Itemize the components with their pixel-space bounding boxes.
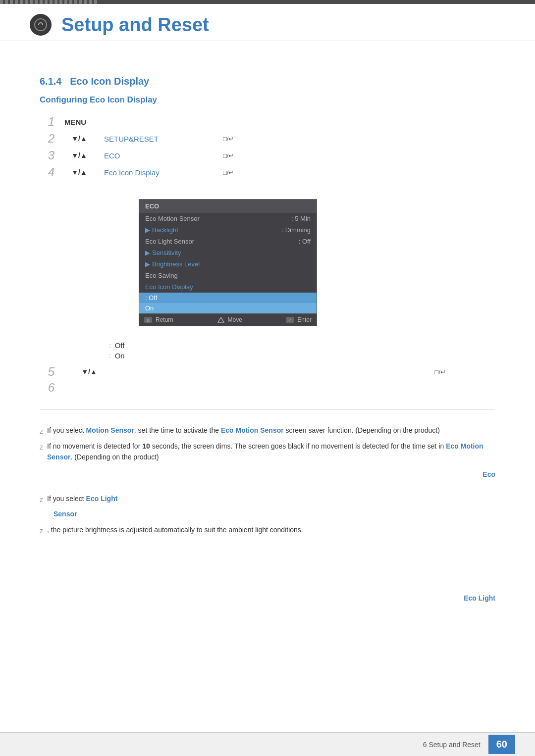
svg-text:|||: ||| <box>147 318 150 322</box>
eco-menu-container: ECO Eco Motion Sensor : 5 Min ▶Backlight… <box>139 199 317 326</box>
eco-menu-item-5: ▶Brightness Level <box>139 258 317 270</box>
step-arrow-2: ▼/▲ <box>64 135 94 143</box>
eco-menu-item-3: Eco Light Sensor : Off <box>139 236 317 247</box>
step-label-4: Eco Icon Display <box>104 168 213 177</box>
step-label-2: SETUP&RESET <box>104 135 213 143</box>
divider-2 <box>40 478 495 478</box>
step-row-2: 2 ▼/▲ SETUP&RESET □/↵ <box>40 132 495 146</box>
bullet-item-2: z If no movement is detected for 10 seco… <box>40 441 495 463</box>
header-section: Setup and Reset <box>0 4 535 41</box>
step-num-2: 2 <box>40 132 54 146</box>
step-arrow-5: ▼/▲ <box>74 368 104 376</box>
main-content: 6.1.4 Eco Icon Display Configuring Eco I… <box>0 41 535 589</box>
svg-point-0 <box>35 19 47 31</box>
step-icon-4: □/↵ <box>223 169 234 176</box>
option-off: : Off <box>109 341 495 350</box>
divider-1 <box>40 409 495 410</box>
bullet-item-3: z If you select Eco Light <box>40 493 495 506</box>
header-icon <box>30 14 52 36</box>
section-heading: 6.1.4 Eco Icon Display <box>40 76 495 87</box>
svg-text:↵: ↵ <box>288 318 292 322</box>
eco-menu-item-1: Eco Motion Sensor : 5 Min <box>139 213 317 224</box>
step-row-4: 4 ▼/▲ Eco Icon Display □/↵ <box>40 165 495 179</box>
bullet-item-1: z If you select Motion Sensor, set the t… <box>40 425 495 438</box>
step-label-1: MENU <box>64 118 86 126</box>
eco-menu-item-4: ▶Sensitivity <box>139 247 317 258</box>
options-list: : Off : On <box>109 341 495 360</box>
eco-menu-footer: ||| Return Move ↵ Enter <box>139 313 317 326</box>
step-num-4: 4 <box>40 165 54 179</box>
footer-page: 60 <box>488 735 515 754</box>
bullet-item-4: z , the picture brightness is adjusted a… <box>40 524 495 537</box>
step-num-1: 1 <box>40 115 54 129</box>
option-on: : On <box>109 352 495 360</box>
right-label-eco: Eco <box>482 470 495 478</box>
footer: 6 Setup and Reset 60 <box>0 732 535 756</box>
step-arrow-4: ▼/▲ <box>64 168 94 176</box>
eco-menu-item-6: Eco Saving <box>139 270 317 281</box>
top-accent-bar <box>0 0 535 4</box>
eco-light-sensor-text: Eco Light <box>86 495 118 503</box>
step-num-5: 5 <box>40 365 54 379</box>
step-icon-5: □/↵ <box>435 368 446 376</box>
option-on-label: On <box>115 352 125 360</box>
step-row-3: 3 ▼/▲ ECO □/↵ <box>40 149 495 162</box>
page-title: Setup and Reset <box>61 14 209 36</box>
footer-text: 6 Setup and Reset <box>423 741 481 749</box>
steps-table: 1 MENU 2 ▼/▲ SETUP&RESET □/↵ 3 ▼/▲ ECO □… <box>40 115 495 179</box>
step-row-1: 1 MENU <box>40 115 495 129</box>
eco-on-row: On <box>139 303 317 313</box>
svg-marker-3 <box>218 317 224 322</box>
right-label-eco-light: Eco Light <box>464 594 495 602</box>
move-icon <box>217 317 224 323</box>
step-num-6: 6 <box>40 381 54 395</box>
eco-menu: ECO Eco Motion Sensor : 5 Min ▶Backlight… <box>139 199 317 326</box>
option-off-label: Off <box>115 341 125 350</box>
eco-menu-item-2: ▶Backlight : Dimming <box>139 224 317 236</box>
step-icon-2: □/↵ <box>223 135 234 143</box>
eco-motion-sensor-text-1: Eco Motion Sensor <box>221 426 284 434</box>
sensor-text: Sensor <box>54 510 77 518</box>
desc-block-2: z If you select Eco Light Sensor z , the… <box>40 493 495 537</box>
motion-sensor-text: Motion Sensor <box>86 426 134 434</box>
step-arrow-3: ▼/▲ <box>64 151 94 159</box>
eco-menu-item-7: Eco Icon Display <box>139 281 317 293</box>
desc-block-1: z If you select Motion Sensor, set the t… <box>40 425 495 463</box>
enter-icon: ↵ <box>286 317 294 323</box>
eco-motion-sensor-text-2: Eco Motion Sensor <box>47 442 483 461</box>
step-icon-3: □/↵ <box>223 152 234 159</box>
step-row-5: 5 ▼/▲ □/↵ <box>40 365 495 379</box>
eco-highlight-off: : Off <box>139 293 317 303</box>
step-label-3: ECO <box>104 151 213 160</box>
eco-menu-title: ECO <box>139 200 317 213</box>
step-row-6: 6 <box>40 381 495 395</box>
sub-heading: Configuring Eco Icon Display <box>40 95 495 105</box>
return-icon: ||| <box>144 317 152 323</box>
step-num-3: 3 <box>40 149 54 162</box>
